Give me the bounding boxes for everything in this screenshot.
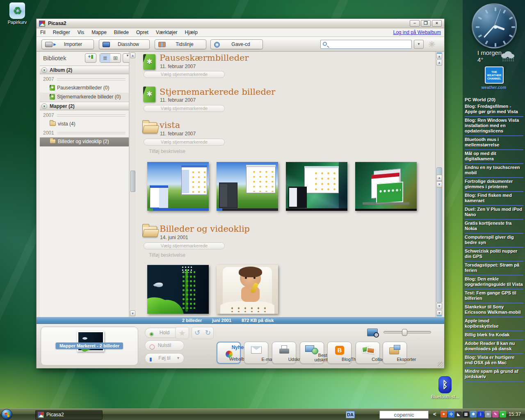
search-input[interactable] bbox=[330, 41, 410, 48]
rotate-left-icon[interactable]: ↺ bbox=[193, 329, 202, 337]
export-button[interactable]: Eksporter bbox=[383, 342, 407, 364]
collapse-disc-icon[interactable]: ▼ bbox=[41, 67, 47, 73]
scroll-down-icon[interactable]: ▼ bbox=[436, 303, 442, 309]
feed-item[interactable]: Adobe Reader 8 kan nu downloades på dans… bbox=[465, 340, 523, 354]
import-button[interactable]: ▶ Importer bbox=[41, 39, 94, 49]
album-group-header[interactable]: ▼ Album (2) bbox=[40, 66, 129, 74]
scroll-up-icon[interactable]: ▲ bbox=[436, 59, 442, 66]
webalbum-login-link[interactable]: Log ind på Webalbum bbox=[393, 30, 441, 35]
menu-item-hjlp[interactable]: Hjælp bbox=[181, 28, 201, 37]
jump-up-icon[interactable]: ▲ bbox=[436, 175, 442, 181]
select-starred-button[interactable]: Vælg stjernemarkerede bbox=[144, 139, 225, 146]
close-button[interactable]: × bbox=[432, 20, 442, 27]
zoom-slider-handle[interactable] bbox=[402, 329, 407, 336]
feed-item[interactable]: Mindre spam på grund af jordskælv bbox=[465, 368, 523, 382]
folder-group-header[interactable]: ▼ Mapper (2) bbox=[40, 102, 129, 110]
reset-button[interactable]: ◯ Nulstil bbox=[145, 340, 184, 351]
search-dropdown-button[interactable]: ▼ bbox=[414, 40, 424, 49]
scrollbar-thumb[interactable] bbox=[436, 167, 442, 303]
album-item-pauseskaermbilleder[interactable]: ✱ Pauseskærmbilleder (0) bbox=[40, 84, 129, 92]
scroll-bottom-icon[interactable]: ▼ bbox=[436, 310, 442, 316]
photo-thumbnail-vista-desktop[interactable] bbox=[286, 162, 347, 211]
star-button[interactable]: ★ bbox=[175, 327, 189, 339]
taskbar-task-picasa2[interactable]: Picasa2 bbox=[35, 410, 103, 420]
add-to-button[interactable]: ▮ Føj til ▼ bbox=[145, 353, 184, 363]
status-green-icon[interactable]: ● bbox=[500, 411, 506, 418]
folder-item-billeder-og-videoklip[interactable]: Billeder og videoklip (2) bbox=[40, 137, 129, 146]
menu-item-fil[interactable]: Fil bbox=[37, 28, 49, 37]
print-button[interactable]: Udskriv bbox=[272, 342, 296, 364]
email-button[interactable]: E-mail bbox=[244, 342, 268, 364]
content-scrollbar[interactable]: ▲ ▲ ▲ ▼ ▼ ▼ bbox=[435, 52, 443, 317]
timeline-button[interactable]: Tidslinje bbox=[155, 39, 206, 49]
collage-button[interactable]: Collage bbox=[356, 342, 380, 364]
resize-grip[interactable] bbox=[438, 362, 443, 368]
add-album-button[interactable]: +▮ bbox=[85, 53, 96, 63]
flat-view-icon[interactable]: ≣ bbox=[100, 54, 110, 62]
clock-gadget[interactable] bbox=[472, 3, 517, 48]
scrollbar-thumb[interactable] bbox=[130, 171, 135, 192]
feed-item[interactable]: Fortrolige dokumenter glemmes i printere… bbox=[465, 178, 523, 192]
photo-thumbnail-flip3d[interactable] bbox=[355, 162, 417, 211]
section-title[interactable]: Stjernemarkerede billeder bbox=[160, 87, 275, 97]
photo-thumbnail-xp-desktop-2[interactable] bbox=[217, 162, 278, 211]
feed-item[interactable]: Billig blæk fra Kodak bbox=[465, 331, 523, 340]
feed-item[interactable]: Duel: Zen V Plus mod iPod Nano bbox=[465, 206, 523, 220]
select-starred-button[interactable]: Vælg stjernemarkerede bbox=[144, 105, 225, 112]
section-title[interactable]: vista bbox=[160, 120, 180, 130]
slideshow-button[interactable]: Diasshow bbox=[99, 39, 150, 49]
library-scrollbar[interactable]: ▲ ▼ bbox=[129, 52, 136, 317]
photo-thumbnail-aquarium[interactable] bbox=[147, 265, 209, 314]
feed-item[interactable]: Blog: Ren Windows Vista installation med… bbox=[465, 117, 523, 136]
view-toggle-group[interactable]: ≣⊞ bbox=[100, 53, 121, 63]
feed-item[interactable]: Mål op med dit digitalkamera bbox=[465, 150, 523, 164]
tray-collapse-arrow[interactable]: < bbox=[433, 411, 436, 417]
feed-item[interactable]: Slankekur til Sony Ericssons Walkman-mob… bbox=[465, 304, 523, 317]
menu-item-mappe[interactable]: Mappe bbox=[88, 28, 110, 37]
settings-gear-icon[interactable]: ✱ bbox=[470, 411, 477, 418]
feed-item[interactable]: Computerspil giver dig bedre syn bbox=[465, 234, 523, 248]
feed-item[interactable]: Schweizisk politi nupper din GPS bbox=[465, 248, 523, 262]
desktop-resize-icon[interactable]: ✣ bbox=[448, 411, 454, 418]
section-title[interactable]: Billeder og videoklip bbox=[160, 224, 250, 234]
jump-down-icon[interactable]: ▼ bbox=[436, 181, 442, 187]
select-starred-button[interactable]: Vælg stjernemarkerede bbox=[144, 242, 225, 249]
section-title[interactable]: Pauseskærmbilleder bbox=[160, 53, 249, 63]
menu-item-vis[interactable]: Vis bbox=[74, 28, 88, 37]
feed-item[interactable]: Blog: Fredagsfilmen - Apple gør grin med… bbox=[465, 103, 523, 117]
feed-item[interactable]: Torsdagstippet: Strøm på ferien bbox=[465, 262, 523, 276]
recycle-bin-desktop-icon[interactable]: ♻ Papirkurv bbox=[0, 2, 34, 25]
language-indicator[interactable]: DA bbox=[346, 411, 355, 418]
network-monitor-icon[interactable]: ≋ bbox=[485, 411, 491, 418]
add-description-text[interactable]: Tilføj beskrivelse bbox=[149, 252, 185, 258]
security-center-icon[interactable]: ✦ bbox=[441, 411, 447, 418]
select-starred-button[interactable]: Vælg stjernemarkerede bbox=[144, 71, 225, 78]
photo-tray[interactable]: Mapper Markeret - 2 billeder bbox=[41, 326, 138, 365]
gift-cd-button[interactable]: Gave-cd bbox=[210, 39, 263, 49]
feed-item[interactable]: Gratis korttjeneste fra Nokia bbox=[465, 220, 523, 234]
collapse-disc-icon[interactable]: ▼ bbox=[41, 103, 47, 109]
add-description-text[interactable]: Tilføj beskrivelse bbox=[149, 148, 185, 154]
bluetooth-desktop-icon[interactable]: ᛒ Bluetooth-st... bbox=[428, 376, 462, 399]
feed-item[interactable]: Endnu en ny touchscreen mobil bbox=[465, 164, 523, 178]
bluetooth-tray-icon[interactable]: ᛒ bbox=[477, 411, 484, 418]
rotate-right-icon[interactable]: ↻ bbox=[203, 329, 212, 337]
folder-item-vista[interactable]: vista (4) bbox=[40, 120, 129, 128]
photo-thumbnail-baby[interactable] bbox=[217, 265, 278, 314]
title-bar[interactable]: Picasa2 – ❐ × bbox=[37, 19, 444, 28]
menu-item-billede[interactable]: Billede bbox=[110, 28, 132, 37]
webalbum-button[interactable]: Nyhed! Webalbum bbox=[217, 342, 241, 364]
taskbar-clock[interactable]: 15:37 bbox=[509, 411, 521, 417]
album-item-stjernemarkerede[interactable]: ✱ Stjernemarkerede billeder (0) bbox=[40, 93, 129, 101]
weather-gadget[interactable]: I morgen 4° bbox=[477, 49, 502, 63]
blogthis-button[interactable]: B BlogThis! bbox=[327, 342, 352, 364]
photo-thumbnail-xp-desktop-1[interactable] bbox=[147, 162, 209, 211]
feed-item[interactable]: Blog: Vista er hurtigere end OSX på en M… bbox=[465, 354, 523, 368]
menu-item-opret[interactable]: Opret bbox=[132, 28, 152, 37]
weather-com-link[interactable]: weather.com bbox=[463, 85, 525, 90]
order-prints-button[interactable]: Bestil udskrifter bbox=[300, 342, 324, 364]
maximize-button[interactable]: ❐ bbox=[421, 20, 431, 27]
feed-title[interactable]: PC World (20) bbox=[465, 97, 523, 103]
feed-item[interactable]: Test: Fem gange GPS til bilferien bbox=[465, 290, 523, 304]
feed-item[interactable]: Blog: Den enkle opgraderingsguide til Vi… bbox=[465, 276, 523, 290]
